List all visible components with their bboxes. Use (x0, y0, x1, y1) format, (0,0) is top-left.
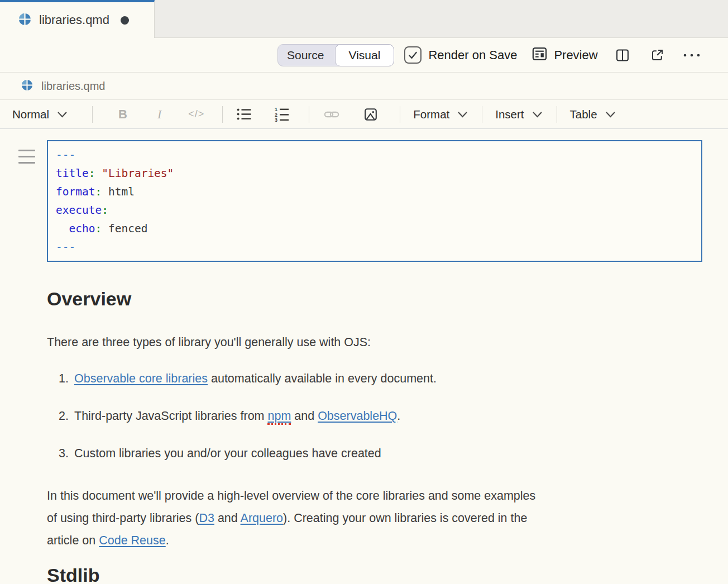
numbered-list-icon: 1 2 3 (275, 107, 290, 122)
list-item-text: Observable core libraries automatically … (74, 371, 437, 386)
heading-overview: Overview (47, 288, 689, 310)
list-item: 3. Custom libraries you and/or your coll… (47, 446, 689, 461)
render-on-save-label[interactable]: Render on Save (428, 48, 517, 63)
list-number: 2. (59, 408, 74, 424)
insert-menu[interactable]: Insert (495, 108, 542, 121)
format-menu-label: Format (413, 108, 449, 121)
yaml-execute-line: execute: (56, 201, 693, 219)
npm-link[interactable]: npm (267, 409, 291, 425)
paragraph-style-dropdown[interactable]: Normal (12, 108, 68, 121)
chevron-down-icon (532, 111, 543, 118)
observable-core-libraries-link[interactable]: Observable core libraries (74, 372, 208, 385)
quarto-icon (21, 79, 33, 93)
image-button[interactable] (363, 107, 379, 122)
toolbar-separator (400, 106, 400, 123)
yaml-title-line: title: "Libraries" (56, 164, 693, 183)
bullet-list-icon (237, 107, 252, 121)
toolbar-separator (92, 106, 93, 123)
intro-paragraph: There are three types of library you'll … (47, 334, 689, 350)
list-item: 2. Third-party JavaScript libraries from… (47, 408, 689, 424)
more-options-button[interactable] (683, 52, 701, 58)
tab-libraries-qmd[interactable]: libraries.qmd (0, 0, 155, 38)
render-on-save-checkbox[interactable] (404, 46, 422, 64)
list-number: 1. (59, 371, 74, 386)
editor-toolbar: Source Visual Render on Save Preview (0, 38, 728, 73)
bold-button[interactable]: B (118, 107, 127, 122)
source-mode-button[interactable]: Source (278, 49, 336, 62)
tab-bar-empty-space (155, 0, 728, 38)
paragraph-style-value: Normal (12, 108, 49, 121)
block-drag-handle-icon[interactable] (18, 150, 35, 168)
image-icon (363, 107, 379, 122)
list-item: 1. Observable core libraries automatical… (47, 371, 689, 386)
paragraph-line: In this document we'll provide a high-le… (47, 485, 689, 507)
external-link-icon (650, 47, 665, 63)
library-types-list: 1. Observable core libraries automatical… (47, 371, 689, 461)
format-menu[interactable]: Format (413, 108, 468, 121)
italic-button[interactable]: I (157, 107, 161, 122)
closing-paragraph: In this document we'll provide a high-le… (47, 485, 689, 552)
list-item-text: Third-party JavaScript libraries from np… (74, 408, 400, 424)
table-menu[interactable]: Table (570, 108, 616, 121)
paragraph-line: of using third-party libraries (D3 and A… (47, 507, 689, 529)
chevron-down-icon (605, 111, 616, 118)
checkmark-icon (406, 49, 419, 61)
numbered-list-button[interactable]: 1 2 3 (275, 107, 290, 122)
quarto-icon (18, 13, 31, 28)
bullet-list-button[interactable] (237, 107, 252, 121)
yaml-front-matter-block[interactable]: --- title: "Libraries" format: html exec… (47, 140, 702, 262)
tab-bar: libraries.qmd (0, 0, 728, 38)
table-menu-label: Table (570, 108, 597, 121)
paragraph-line: article on Code Reuse. (47, 529, 689, 552)
tab-title: libraries.qmd (39, 13, 109, 27)
svg-text:1: 1 (275, 107, 277, 112)
visual-mode-button[interactable]: Visual (335, 44, 395, 66)
code-button[interactable]: </> (188, 108, 204, 120)
link-button[interactable] (324, 107, 339, 122)
quarto-visual-editor: libraries.qmd Source Visual Render on Sa… (0, 0, 728, 582)
breadcrumb: libraries.qmd (0, 73, 728, 100)
chevron-down-icon (457, 111, 468, 118)
list-item-text: Custom libraries you and/or your colleag… (74, 446, 381, 461)
yaml-echo-line: echo: fenced (56, 219, 693, 238)
arquero-link[interactable]: Arquero (241, 511, 284, 525)
editor-mode-toggle: Source Visual (277, 44, 394, 66)
heading-stdlib: Stdlib (47, 564, 689, 582)
split-view-icon (615, 47, 630, 63)
split-editor-button[interactable] (615, 47, 630, 63)
svg-text:3: 3 (275, 117, 277, 122)
preview-icon (531, 45, 548, 65)
link-icon (324, 107, 339, 122)
code-reuse-link[interactable]: Code Reuse (99, 534, 166, 547)
preview-label: Preview (554, 48, 597, 63)
ellipsis-icon (683, 52, 701, 58)
unsaved-changes-indicator (121, 16, 129, 25)
insert-menu-label: Insert (495, 108, 524, 121)
chevron-down-icon (57, 111, 68, 118)
open-in-new-window-button[interactable] (650, 47, 665, 63)
svg-text:2: 2 (275, 112, 277, 118)
formatting-toolbar: Normal B I </> 1 2 3 (0, 100, 728, 129)
breadcrumb-filename[interactable]: libraries.qmd (41, 80, 105, 93)
yaml-delimiter: --- (56, 238, 693, 256)
preview-button[interactable]: Preview (531, 45, 597, 65)
toolbar-separator (482, 106, 482, 123)
document-editor-canvas[interactable]: --- title: "Libraries" format: html exec… (0, 129, 728, 582)
observablehq-link[interactable]: ObservableHQ (318, 409, 397, 423)
toolbar-separator (222, 106, 223, 123)
list-number: 3. (59, 446, 74, 461)
yaml-delimiter: --- (56, 146, 693, 164)
toolbar-separator (557, 106, 557, 123)
toolbar-separator (309, 106, 309, 123)
d3-link[interactable]: D3 (199, 511, 214, 525)
yaml-format-line: format: html (56, 183, 693, 201)
